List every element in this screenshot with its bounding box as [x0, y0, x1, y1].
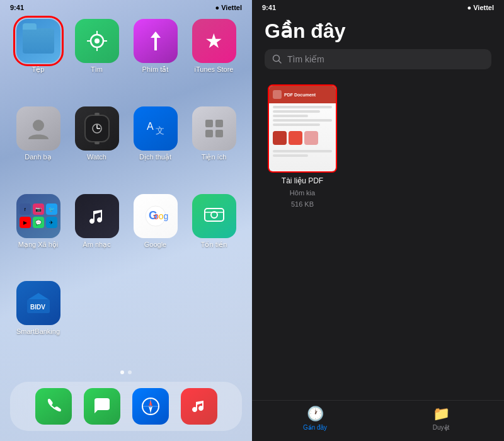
- watch-label: Watch: [87, 153, 106, 161]
- finance-icon: [192, 194, 236, 238]
- contacts-icon: [16, 106, 60, 151]
- dock: [10, 382, 242, 431]
- instagram-mini: 📷: [33, 203, 44, 215]
- tab-recent[interactable]: 🕐 Gần đây: [252, 401, 378, 441]
- recent-tab-icon: 🕐: [307, 406, 324, 422]
- tab-browse[interactable]: 📁 Duyệt: [378, 401, 504, 441]
- messages-svg: [93, 397, 112, 416]
- svg-point-1: [94, 38, 100, 43]
- pdf-line-7: [273, 154, 308, 157]
- music-svg: [190, 397, 209, 416]
- app-item-google[interactable]: G oogle Google: [130, 194, 181, 274]
- files-icon: [16, 19, 60, 63]
- music-app-label: Âm nhạc: [83, 241, 110, 249]
- svg-rect-12: [205, 120, 213, 127]
- watch-icon: [75, 106, 119, 151]
- app-item-contacts[interactable]: Danh bạ: [13, 106, 64, 186]
- pdf-app-icon: [273, 90, 282, 99]
- status-bar-left: 9:41 ● Viettel: [0, 0, 252, 14]
- search-icon: [272, 54, 282, 64]
- app-item-files[interactable]: Tệp: [13, 19, 64, 99]
- app-item-social[interactable]: f 📷 🐦 ▶ 💬 ✈ Mạng Xã hội: [13, 194, 64, 274]
- translate-label: Dịch thuật: [139, 153, 171, 161]
- twitter-mini: 🐦: [46, 203, 57, 215]
- app-item-bidv[interactable]: BIDV SmartBanking: [13, 281, 64, 360]
- files-content: PDF Document: [252, 77, 504, 400]
- app-item-finance[interactable]: Tốn tiền: [188, 194, 239, 274]
- youtube-mini: ▶: [20, 217, 31, 228]
- phone-dock-icon[interactable]: [35, 388, 72, 425]
- itunes-star: ★: [205, 29, 223, 53]
- app-item-utilities[interactable]: Tiện ích: [188, 106, 239, 186]
- page-dots: [0, 365, 252, 379]
- contacts-label: Danh bạ: [25, 153, 51, 161]
- music-app-icon: [75, 194, 119, 238]
- find-icon: [75, 19, 119, 63]
- pdf-content-lines: [269, 103, 336, 129]
- browse-tab-label: Duyệt: [433, 424, 450, 431]
- svg-line-31: [279, 61, 282, 64]
- app-item-find[interactable]: Tìm: [71, 19, 122, 99]
- dot-2: [128, 370, 132, 374]
- find-svg: [86, 30, 108, 52]
- app-item-shortcuts[interactable]: Phím tắt: [130, 19, 181, 99]
- status-bar-right: 9:41 ● Viettel: [252, 0, 504, 14]
- browse-tab-icon: 📁: [433, 406, 450, 422]
- app-item-itunes[interactable]: ★ iTunes Store: [188, 19, 239, 99]
- social-label: Mạng Xã hội: [18, 241, 59, 249]
- pdf-header-text: PDF Document: [284, 93, 316, 97]
- utilities-svg: [202, 116, 227, 141]
- carrier-left: ● Viettel: [215, 4, 242, 11]
- svg-point-6: [33, 120, 44, 131]
- shortcuts-label: Phím tắt: [142, 66, 169, 74]
- google-icon: G oogle: [134, 194, 178, 238]
- social-grid: f 📷 🐦 ▶ 💬 ✈: [17, 201, 60, 231]
- dot-1: [120, 370, 124, 374]
- find-label: Tìm: [91, 66, 103, 73]
- music-dock-icon[interactable]: [181, 388, 217, 425]
- utilities-label: Tiện ích: [202, 153, 227, 161]
- translate-svg: A 文: [143, 116, 168, 141]
- itunes-label: iTunes Store: [195, 66, 234, 73]
- svg-rect-14: [205, 130, 213, 137]
- svg-rect-15: [215, 130, 223, 137]
- watch-face: [84, 115, 110, 142]
- bottom-tab-bar: 🕐 Gần đây 📁 Duyệt: [252, 400, 504, 441]
- shortcuts-svg: [143, 28, 168, 54]
- telegram-mini: ✈: [46, 217, 57, 228]
- shortcuts-icon: [134, 19, 178, 63]
- music-app-svg: [84, 203, 110, 229]
- svg-text:文: 文: [156, 125, 164, 135]
- pdf-line-3: [273, 115, 308, 117]
- svg-rect-13: [215, 120, 223, 127]
- app-grid: Tệp Tìm Phím tắ: [0, 14, 252, 365]
- files-label: Tệp: [32, 66, 45, 74]
- safari-dock-icon[interactable]: [132, 388, 169, 425]
- pdf-size: 516 KB: [291, 200, 314, 208]
- google-svg: G oogle: [142, 203, 169, 229]
- pdf-icon-3: [304, 131, 318, 145]
- translate-icon: A 文: [134, 106, 178, 151]
- pdf-line-6: [273, 150, 332, 152]
- app-item-music-app[interactable]: Âm nhạc: [71, 194, 122, 274]
- app-item-translate[interactable]: A 文 Dịch thuật: [130, 106, 181, 186]
- pdf-thumbnail: PDF Document: [268, 84, 337, 173]
- watch-screen: [89, 123, 105, 134]
- google-label: Google: [144, 241, 166, 248]
- safari-svg: [141, 397, 160, 416]
- phone-svg: [44, 397, 63, 416]
- svg-text:BIDV: BIDV: [30, 304, 45, 311]
- itunes-icon: ★: [192, 19, 236, 63]
- search-bar[interactable]: Tìm kiếm: [265, 49, 491, 69]
- files-title: Gần đây: [265, 19, 491, 43]
- pdf-line-1: [273, 106, 332, 108]
- pdf-header-bar: PDF Document: [269, 86, 336, 103]
- pdf-name: Tài liệu PDF: [282, 176, 323, 185]
- messages-dock-icon[interactable]: [84, 388, 120, 425]
- pdf-item[interactable]: PDF Document: [265, 84, 340, 208]
- utilities-icon: [192, 106, 236, 151]
- svg-text:oogle: oogle: [154, 211, 169, 221]
- app-item-watch[interactable]: Watch: [71, 106, 122, 186]
- finance-label: Tốn tiền: [201, 241, 227, 249]
- svg-rect-19: [205, 209, 224, 221]
